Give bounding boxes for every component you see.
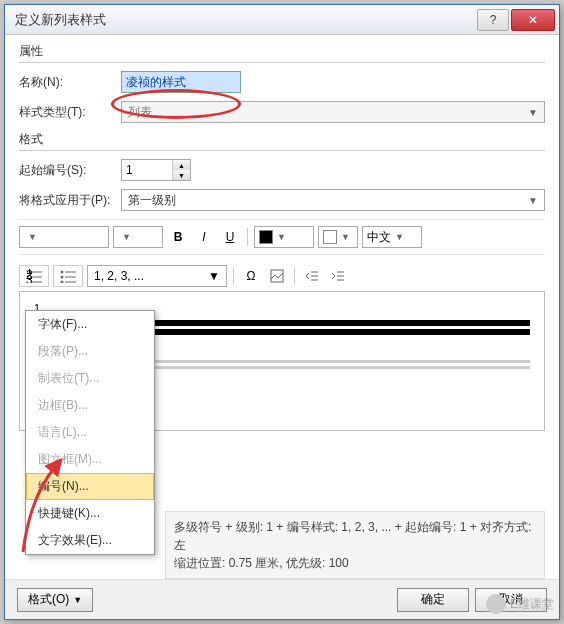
highlight-select[interactable]: ▼ [318, 226, 358, 248]
menu-frame: 图文框(M)... [26, 446, 154, 473]
decrease-indent-button[interactable] [301, 265, 323, 287]
watermark: E维课堂 [486, 594, 554, 614]
start-at-label: 起始编号(S): [19, 162, 121, 179]
titlebar: 定义新列表样式 ? ✕ [5, 5, 559, 35]
picture-button[interactable] [266, 265, 288, 287]
help-button[interactable]: ? [477, 9, 509, 31]
format-button[interactable]: 格式(O)▼ [17, 588, 93, 612]
lang-select[interactable]: 中文▼ [362, 226, 422, 248]
style-description: 多级符号 + 级别: 1 + 编号样式: 1, 2, 3, ... + 起始编号… [165, 511, 545, 579]
menu-numbering[interactable]: 编号(N)... [26, 473, 154, 500]
define-list-style-dialog: 定义新列表样式 ? ✕ 属性 名称(N): 样式类型(T): 列表 ▼ 格式 起… [4, 4, 560, 620]
menu-font[interactable]: 字体(F)... [26, 311, 154, 338]
font-family-select[interactable]: ▼ [19, 226, 109, 248]
style-type-select: 列表 ▼ [121, 101, 545, 123]
ok-button[interactable]: 确定 [397, 588, 469, 612]
number-format-select[interactable]: 1, 2, 3, ...▼ [87, 265, 227, 287]
bullet-list-button[interactable] [53, 265, 83, 287]
list-toolbar: 123 1, 2, 3, ...▼ Ω [19, 261, 545, 291]
style-type-label: 样式类型(T): [19, 104, 121, 121]
dialog-title: 定义新列表样式 [15, 11, 475, 29]
menu-border: 边框(B)... [26, 392, 154, 419]
format-dropdown-menu: 字体(F)... 段落(P)... 制表位(T)... 边框(B)... 语言(… [25, 310, 155, 555]
dialog-content: 属性 名称(N): 样式类型(T): 列表 ▼ 格式 起始编号(S): ▲ ▼ [5, 35, 559, 585]
menu-tabs: 制表位(T)... [26, 365, 154, 392]
font-toolbar: ▼ ▼ B I U ▼ ▼ 中文▼ [19, 219, 545, 255]
group-format: 格式 [19, 131, 545, 151]
svg-point-8 [61, 276, 64, 279]
close-button[interactable]: ✕ [511, 9, 555, 31]
increase-indent-button[interactable] [327, 265, 349, 287]
name-input[interactable] [121, 71, 241, 93]
italic-button[interactable]: I [193, 226, 215, 248]
chevron-down-icon: ▼ [528, 195, 538, 206]
start-at-spinner[interactable]: ▲ ▼ [121, 159, 191, 181]
apply-to-select[interactable]: 第一级别 ▼ [121, 189, 545, 211]
svg-point-10 [61, 281, 64, 284]
font-color-select[interactable]: ▼ [254, 226, 314, 248]
name-label: 名称(N): [19, 74, 121, 91]
start-at-input[interactable] [122, 160, 172, 180]
menu-paragraph: 段落(P)... [26, 338, 154, 365]
chevron-down-icon: ▼ [528, 107, 538, 118]
menu-text-effect[interactable]: 文字效果(E)... [26, 527, 154, 554]
symbol-button[interactable]: Ω [240, 265, 262, 287]
spin-down-icon[interactable]: ▼ [173, 170, 190, 180]
menu-shortcut[interactable]: 快捷键(K)... [26, 500, 154, 527]
svg-rect-12 [271, 270, 283, 282]
menu-language: 语言(L)... [26, 419, 154, 446]
bold-button[interactable]: B [167, 226, 189, 248]
svg-point-6 [61, 271, 64, 274]
numbered-list-button[interactable]: 123 [19, 265, 49, 287]
underline-button[interactable]: U [219, 226, 241, 248]
group-properties: 属性 [19, 43, 545, 63]
spin-up-icon[interactable]: ▲ [173, 160, 190, 170]
font-size-select[interactable]: ▼ [113, 226, 163, 248]
apply-to-label: 将格式应用于(P): [19, 192, 121, 209]
dialog-footer: 格式(O)▼ 确定 取消 [5, 579, 559, 619]
